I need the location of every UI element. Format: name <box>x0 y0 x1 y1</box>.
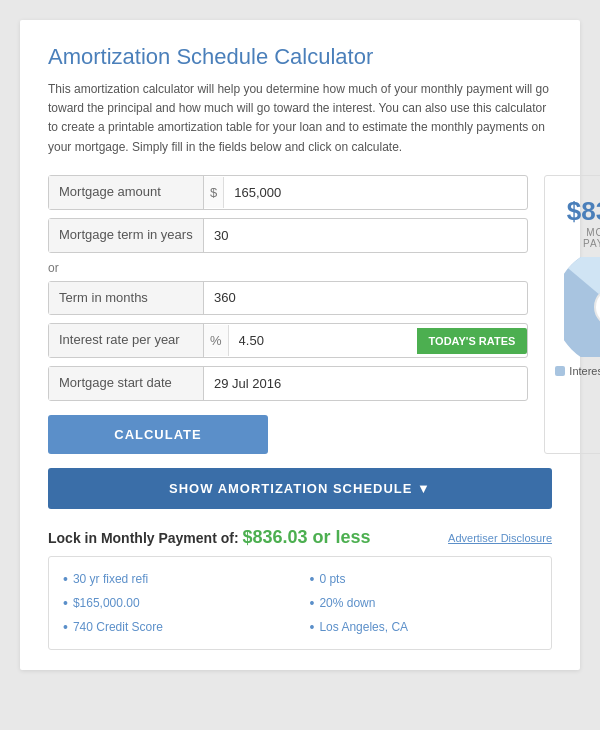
detail-row-2: • $165,000.00 • 20% down <box>63 591 537 615</box>
detail-item-loan-amount: • $165,000.00 <box>63 591 291 615</box>
main-area: Mortgage amount $ Mortgage term in years… <box>48 175 552 454</box>
term-months-row: Term in months <box>48 281 528 316</box>
detail-col-right-1: • 0 pts <box>309 567 537 591</box>
interest-dot <box>555 366 565 376</box>
todays-rates-button[interactable]: TODAY'S RATES <box>417 328 528 354</box>
monthly-amount: $836.03 <box>555 196 600 227</box>
detail-row-1: • 30 yr fixed refi • 0 pts <box>63 567 537 591</box>
description-text: This amortization calculator will help y… <box>48 80 552 157</box>
start-date-input[interactable] <box>204 368 527 399</box>
term-months-label: Term in months <box>49 282 204 315</box>
lock-section: Lock in Monthly Payment of: $836.03 or l… <box>48 527 552 650</box>
interest-rate-input[interactable] <box>229 325 417 356</box>
mortgage-term-years-label: Mortgage term in years <box>49 219 204 252</box>
lock-amount: $836.03 or less <box>242 527 370 547</box>
monthly-label: MONTHLY PAYMENTS <box>555 227 600 249</box>
or-text: or <box>48 261 528 275</box>
interest-rate-prefix: % <box>204 325 229 356</box>
bullet-icon-4: • <box>309 595 314 611</box>
result-panel: HELP? $836.03 MONTHLY PAYMENTS <box>544 175 600 454</box>
pie-legend: Interest Principal <box>555 365 600 377</box>
detail-loan-amount-label: $165,000.00 <box>73 596 140 610</box>
calculator-card: Amortization Schedule Calculator This am… <box>20 20 580 670</box>
detail-col-left-2: • $165,000.00 <box>63 591 291 615</box>
interest-label: Interest <box>569 365 600 377</box>
page-title: Amortization Schedule Calculator <box>48 44 552 70</box>
bullet-icon-6: • <box>309 619 314 635</box>
start-date-row: Mortgage start date <box>48 366 528 401</box>
mortgage-amount-label: Mortgage amount <box>49 176 204 209</box>
detail-item-down: • 20% down <box>309 591 537 615</box>
detail-item-location: • Los Angeles, CA <box>309 615 537 639</box>
lock-title: Lock in Monthly Payment of: <box>48 530 239 546</box>
show-amortization-button[interactable]: SHOW AMORTIZATION SCHEDULE ▼ <box>48 468 552 509</box>
detail-item-refi: • 30 yr fixed refi <box>63 567 291 591</box>
lock-title-area: Lock in Monthly Payment of: $836.03 or l… <box>48 527 371 548</box>
mortgage-amount-prefix: $ <box>204 177 224 208</box>
detail-col-right-2: • 20% down <box>309 591 537 615</box>
detail-pts-label: 0 pts <box>319 572 345 586</box>
detail-col-left-1: • 30 yr fixed refi <box>63 567 291 591</box>
calculate-button[interactable]: CALCULATE <box>48 415 268 454</box>
start-date-label: Mortgage start date <box>49 367 204 400</box>
detail-down-label: 20% down <box>319 596 375 610</box>
bullet-icon-5: • <box>63 619 68 635</box>
detail-refi-label: 30 yr fixed refi <box>73 572 148 586</box>
bullet-icon-3: • <box>63 595 68 611</box>
bullet-icon-2: • <box>309 571 314 587</box>
detail-location-label: Los Angeles, CA <box>319 620 408 634</box>
form-area: Mortgage amount $ Mortgage term in years… <box>48 175 528 454</box>
mortgage-term-years-row: Mortgage term in years <box>48 218 528 253</box>
detail-col-right-3: • Los Angeles, CA <box>309 615 537 639</box>
detail-row-3: • 740 Credit Score • Los Angeles, CA <box>63 615 537 639</box>
detail-item-credit: • 740 Credit Score <box>63 615 291 639</box>
interest-rate-label: Interest rate per year <box>49 324 204 357</box>
detail-credit-label: 740 Credit Score <box>73 620 163 634</box>
bullet-icon: • <box>63 571 68 587</box>
interest-rate-row: Interest rate per year % TODAY'S RATES <box>48 323 528 358</box>
legend-interest: Interest <box>555 365 600 377</box>
detail-item-pts: • 0 pts <box>309 567 537 591</box>
mortgage-amount-input[interactable] <box>224 177 527 208</box>
mortgage-amount-row: Mortgage amount $ <box>48 175 528 210</box>
mortgage-term-years-input[interactable] <box>204 220 527 251</box>
loan-details-grid: • 30 yr fixed refi • 0 pts • $165,000.00 <box>48 556 552 650</box>
lock-header: Lock in Monthly Payment of: $836.03 or l… <box>48 527 552 548</box>
detail-col-left-3: • 740 Credit Score <box>63 615 291 639</box>
pie-chart <box>564 257 600 357</box>
advertiser-disclosure-link[interactable]: Advertiser Disclosure <box>448 532 552 544</box>
term-months-input[interactable] <box>204 282 527 313</box>
